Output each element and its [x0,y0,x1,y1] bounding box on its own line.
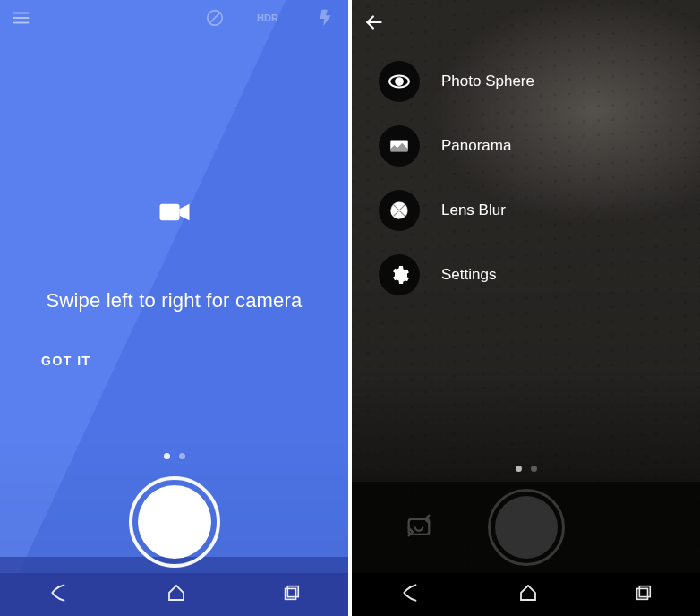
page-dot [516,466,522,472]
recents-icon[interactable] [281,583,301,606]
menu-item-label: Lens Blur [441,201,506,219]
svg-rect-7 [286,588,296,599]
page-dot [179,453,185,459]
lens-blur-icon [379,190,420,231]
menu-item-label: Photo Sphere [441,73,534,90]
svg-point-10 [395,77,404,86]
video-icon [155,192,194,235]
arrow-left-icon[interactable] [363,11,386,38]
page-indicator [352,466,700,472]
menu-item-label: Panorama [441,137,511,155]
left-topbar: HDR [0,0,348,39]
page-dot [531,466,537,472]
camera-mode-menu: Photo Sphere Panorama Lens Blur Settings [379,61,534,295]
left-screen: HDR Swipe left to right for camera GOT I… [0,0,348,616]
svg-rect-8 [288,586,299,597]
svg-rect-15 [640,586,651,597]
shutter-area [352,482,700,573]
svg-text:HDR: HDR [257,13,278,23]
hint-text: Swipe left to right for camera [47,289,303,312]
svg-rect-1 [13,17,29,19]
svg-rect-2 [13,22,29,24]
right-screen: Photo Sphere Panorama Lens Blur Settings [352,0,700,616]
home-icon[interactable] [166,582,187,607]
menu-item-photo-sphere[interactable]: Photo Sphere [379,61,534,102]
camera-swap-icon[interactable] [404,510,434,544]
hint-overlay: Swipe left to right for camera [0,192,348,312]
android-navbar [0,573,348,616]
flash-icon[interactable] [316,8,336,31]
back-icon[interactable] [399,581,423,608]
shutter-button[interactable] [495,496,558,559]
svg-rect-6 [159,204,179,220]
menu-item-lens-blur[interactable]: Lens Blur [379,190,534,231]
no-flash-icon[interactable] [205,8,225,31]
hdr-icon[interactable]: HDR [257,8,284,31]
svg-rect-0 [13,13,29,14]
svg-line-4 [209,13,221,24]
android-navbar [352,573,700,616]
menu-item-label: Settings [441,266,496,284]
menu-item-settings[interactable]: Settings [379,254,534,295]
settings-icon [379,254,420,295]
recents-icon[interactable] [633,583,653,606]
page-indicator [0,453,348,459]
svg-rect-14 [637,588,648,599]
back-icon[interactable] [47,581,71,608]
menu-icon[interactable] [13,8,32,31]
panorama-icon [379,125,420,167]
menu-item-panorama[interactable]: Panorama [379,125,534,167]
page-dot [164,453,170,459]
photo-sphere-icon [379,61,420,102]
shutter-button[interactable] [138,485,211,559]
home-icon[interactable] [517,582,539,607]
got-it-button[interactable]: GOT IT [41,354,91,368]
shutter-area [0,473,348,571]
